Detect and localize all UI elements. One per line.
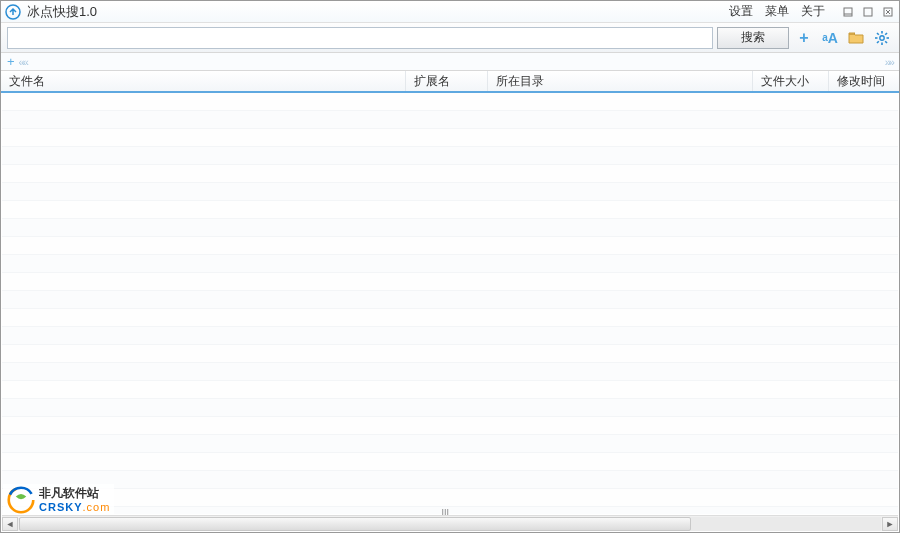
- table-row[interactable]: [2, 363, 898, 381]
- titlebar: 冰点快搜1.0 设置 菜单 关于: [1, 1, 899, 23]
- search-button[interactable]: 搜索: [717, 27, 789, 49]
- svg-line-15: [885, 33, 887, 35]
- table-row[interactable]: [2, 165, 898, 183]
- scroll-marker: III: [441, 507, 449, 517]
- table-row[interactable]: [2, 291, 898, 309]
- table-row[interactable]: [2, 237, 898, 255]
- table-row[interactable]: [2, 201, 898, 219]
- close-button[interactable]: [881, 6, 895, 18]
- scroll-left-button[interactable]: ◄: [2, 517, 18, 531]
- table-row[interactable]: [2, 111, 898, 129]
- svg-line-14: [877, 41, 879, 43]
- table-row[interactable]: [2, 399, 898, 417]
- maximize-button[interactable]: [861, 6, 875, 18]
- folder-icon[interactable]: [845, 27, 867, 49]
- minimize-button[interactable]: [841, 6, 855, 18]
- table-row[interactable]: [2, 327, 898, 345]
- tab-strip: + «« »»: [1, 53, 899, 71]
- column-mtime[interactable]: 修改时间: [829, 71, 899, 91]
- gear-icon[interactable]: [871, 27, 893, 49]
- menu-settings[interactable]: 设置: [729, 3, 753, 20]
- table-row[interactable]: [2, 219, 898, 237]
- tab-prev-button[interactable]: ««: [19, 56, 27, 68]
- table-row[interactable]: [2, 93, 898, 111]
- app-icon: [5, 4, 21, 20]
- scroll-track[interactable]: III: [19, 517, 881, 531]
- table-row[interactable]: [2, 471, 898, 489]
- svg-rect-1: [844, 8, 852, 16]
- table-row[interactable]: [2, 345, 898, 363]
- table-header: 文件名 扩展名 所在目录 文件大小 修改时间: [1, 71, 899, 93]
- table-body[interactable]: [2, 93, 898, 514]
- svg-line-13: [885, 41, 887, 43]
- column-directory[interactable]: 所在目录: [488, 71, 753, 91]
- svg-rect-3: [864, 8, 872, 16]
- table-row[interactable]: [2, 417, 898, 435]
- add-icon[interactable]: +: [793, 27, 815, 49]
- tab-add-button[interactable]: +: [7, 55, 15, 68]
- menu-menu[interactable]: 菜单: [765, 3, 789, 20]
- case-toggle-icon[interactable]: aA: [819, 27, 841, 49]
- column-size[interactable]: 文件大小: [753, 71, 829, 91]
- svg-point-7: [880, 35, 884, 39]
- table-row[interactable]: [2, 435, 898, 453]
- menu-about[interactable]: 关于: [801, 3, 825, 20]
- table-row[interactable]: [2, 489, 898, 507]
- table-row[interactable]: [2, 309, 898, 327]
- search-input[interactable]: [7, 27, 713, 49]
- column-filename[interactable]: 文件名: [1, 71, 406, 91]
- table-row[interactable]: [2, 507, 898, 514]
- horizontal-scrollbar[interactable]: ◄ III ►: [2, 515, 898, 531]
- table-row[interactable]: [2, 273, 898, 291]
- table-row[interactable]: [2, 183, 898, 201]
- scroll-thumb[interactable]: [19, 517, 691, 531]
- column-extension[interactable]: 扩展名: [406, 71, 488, 91]
- tab-next-button[interactable]: »»: [885, 56, 893, 68]
- table-row[interactable]: [2, 147, 898, 165]
- table-row[interactable]: [2, 255, 898, 273]
- table-row[interactable]: [2, 381, 898, 399]
- svg-line-12: [877, 33, 879, 35]
- search-toolbar: 搜索 + aA: [1, 23, 899, 53]
- scroll-right-button[interactable]: ►: [882, 517, 898, 531]
- app-title: 冰点快搜1.0: [27, 3, 97, 21]
- table-row[interactable]: [2, 129, 898, 147]
- table-row[interactable]: [2, 453, 898, 471]
